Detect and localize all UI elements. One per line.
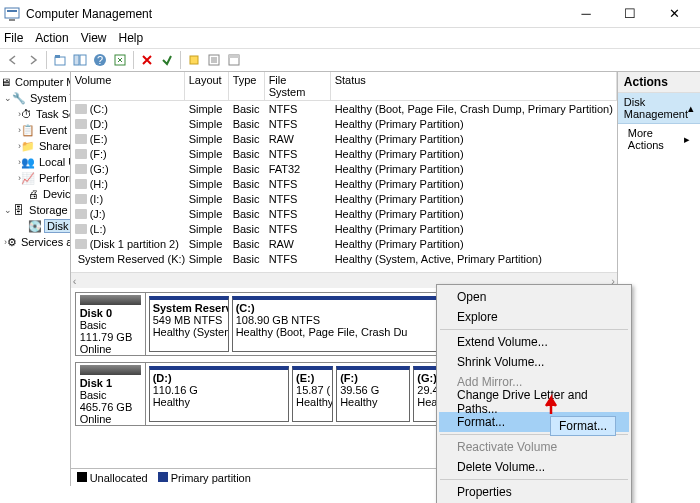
perf-icon: 📈	[21, 171, 35, 185]
drive-icon	[75, 134, 87, 144]
menu-help[interactable]: Help	[119, 31, 144, 45]
drive-icon	[75, 119, 87, 129]
volume-row[interactable]: (G:)SimpleBasicFAT32Healthy (Primary Par…	[71, 161, 617, 176]
disk-1-part-f[interactable]: (F:)39.56 GHealthy	[336, 366, 410, 422]
svg-rect-2	[9, 19, 15, 21]
tree-system-tools[interactable]: ⌄🔧System Tools	[0, 90, 70, 106]
refresh-button[interactable]	[111, 51, 129, 69]
ctx-delete[interactable]: Delete Volume...	[439, 457, 629, 477]
menu-action[interactable]: Action	[35, 31, 68, 45]
detail-icon[interactable]	[225, 51, 243, 69]
maximize-button[interactable]: ☐	[608, 1, 652, 27]
volume-row[interactable]: (J:)SimpleBasicNTFSHealthy (Primary Part…	[71, 206, 617, 221]
tree-services[interactable]: ›⚙Services and Applications	[0, 234, 70, 250]
col-volume[interactable]: Volume	[71, 72, 185, 100]
properties-icon[interactable]	[158, 51, 176, 69]
users-icon: 👥	[21, 155, 35, 169]
disk-1-part-e[interactable]: (E:)15.87 (Healthy	[292, 366, 333, 422]
chevron-right-icon: ▸	[684, 133, 690, 146]
ctx-properties[interactable]: Properties	[439, 482, 629, 502]
volume-row[interactable]: (I:)SimpleBasicNTFSHealthy (Primary Part…	[71, 191, 617, 206]
device-icon: 🖨	[28, 187, 39, 201]
window-title: Computer Management	[26, 7, 564, 21]
storage-icon: 🗄	[13, 203, 25, 217]
disk-0-header[interactable]: Disk 0 Basic 111.79 GB Online	[76, 293, 146, 355]
up-button[interactable]	[51, 51, 69, 69]
back-button[interactable]	[4, 51, 22, 69]
ctx-extend[interactable]: Extend Volume...	[439, 332, 629, 352]
clock-icon: ⏱	[21, 107, 32, 121]
drive-icon	[75, 194, 87, 204]
menu-view[interactable]: View	[81, 31, 107, 45]
volume-table[interactable]: Volume Layout Type File System Status (C…	[71, 72, 617, 272]
col-fs[interactable]: File System	[265, 72, 331, 100]
menu-file[interactable]: File	[4, 31, 23, 45]
tree-storage[interactable]: ⌄🗄Storage	[0, 202, 70, 218]
svg-rect-10	[190, 56, 198, 64]
drive-icon	[75, 239, 87, 249]
new-icon[interactable]	[185, 51, 203, 69]
volume-row[interactable]: (E:)SimpleBasicRAWHealthy (Primary Parti…	[71, 131, 617, 146]
legend-unallocated-icon	[77, 472, 87, 482]
drive-icon	[75, 164, 87, 174]
disk-1-header[interactable]: Disk 1 Basic 465.76 GB Online	[76, 363, 146, 425]
tooltip: Format...	[550, 416, 616, 436]
help-button[interactable]: ?	[91, 51, 109, 69]
volume-table-header[interactable]: Volume Layout Type File System Status	[71, 72, 617, 101]
show-hide-button[interactable]	[71, 51, 89, 69]
title-bar: Computer Management ─ ☐ ✕	[0, 0, 700, 28]
ctx-shrink[interactable]: Shrink Volume...	[439, 352, 629, 372]
svg-rect-3	[55, 57, 65, 65]
volume-row[interactable]: (F:)SimpleBasicNTFSHealthy (Primary Part…	[71, 146, 617, 161]
ctx-reactivate: Reactivate Volume	[439, 437, 629, 457]
toolbar: ?	[0, 48, 700, 72]
tools-icon: 🔧	[12, 91, 26, 105]
volume-row[interactable]: (C:)SimpleBasicNTFSHealthy (Boot, Page F…	[71, 101, 617, 116]
svg-rect-0	[5, 8, 19, 18]
svg-rect-6	[80, 55, 86, 65]
disk-1-part-d[interactable]: (D:)110.16 GHealthy	[149, 366, 289, 422]
drive-icon	[75, 224, 87, 234]
volume-row[interactable]: (Disk 1 partition 2)SimpleBasicRAWHealth…	[71, 236, 617, 251]
forward-button[interactable]	[24, 51, 42, 69]
volume-row[interactable]: (D:)SimpleBasicNTFSHealthy (Primary Part…	[71, 116, 617, 131]
computer-icon: 🖥	[0, 75, 11, 89]
ctx-change-letter[interactable]: Change Drive Letter and Paths...	[439, 392, 629, 412]
tree-shared-folders[interactable]: ›📁Shared Folders	[0, 138, 70, 154]
volume-row[interactable]: (L:)SimpleBasicNTFSHealthy (Primary Part…	[71, 221, 617, 236]
menu-bar: File Action View Help	[0, 28, 700, 48]
volume-row[interactable]: (H:)SimpleBasicNTFSHealthy (Primary Part…	[71, 176, 617, 191]
svg-rect-4	[55, 55, 60, 58]
collapse-icon: ▴	[688, 102, 694, 115]
svg-rect-5	[74, 55, 79, 65]
list-icon[interactable]	[205, 51, 223, 69]
actions-more[interactable]: More Actions▸	[618, 124, 700, 154]
nav-tree[interactable]: 🖥Computer Management (Local ⌄🔧System Too…	[0, 72, 71, 486]
services-icon: ⚙	[7, 235, 17, 249]
tree-device-manager[interactable]: 🖨Device Manager	[0, 186, 70, 202]
col-layout[interactable]: Layout	[185, 72, 229, 100]
tree-task-scheduler[interactable]: ›⏱Task Scheduler	[0, 106, 70, 122]
tree-event-viewer[interactable]: ›📋Event Viewer	[0, 122, 70, 138]
actions-disk-management[interactable]: Disk Management▴	[618, 93, 700, 124]
ctx-explore[interactable]: Explore	[439, 307, 629, 327]
actions-header: Actions	[618, 72, 700, 93]
minimize-button[interactable]: ─	[564, 1, 608, 27]
svg-rect-1	[7, 10, 17, 12]
drive-icon	[75, 209, 87, 219]
disk-0-part-1[interactable]: System Reserve549 MB NTFSHealthy (System…	[149, 296, 229, 352]
col-type[interactable]: Type	[229, 72, 265, 100]
folder-icon: 📁	[21, 139, 35, 153]
tree-disk-management[interactable]: 💽Disk Management	[0, 218, 70, 234]
legend-primary-icon	[158, 472, 168, 482]
tree-performance[interactable]: ›📈Performance	[0, 170, 70, 186]
close-button[interactable]: ✕	[652, 1, 696, 27]
col-status[interactable]: Status	[331, 72, 617, 100]
drive-icon	[75, 104, 87, 114]
ctx-open[interactable]: Open	[439, 287, 629, 307]
tree-local-users[interactable]: ›👥Local Users and Groups	[0, 154, 70, 170]
delete-icon[interactable]	[138, 51, 156, 69]
tree-root[interactable]: 🖥Computer Management (Local	[0, 74, 70, 90]
volume-row[interactable]: System Reserved (K:)SimpleBasicNTFSHealt…	[71, 251, 617, 266]
drive-icon	[75, 179, 87, 189]
